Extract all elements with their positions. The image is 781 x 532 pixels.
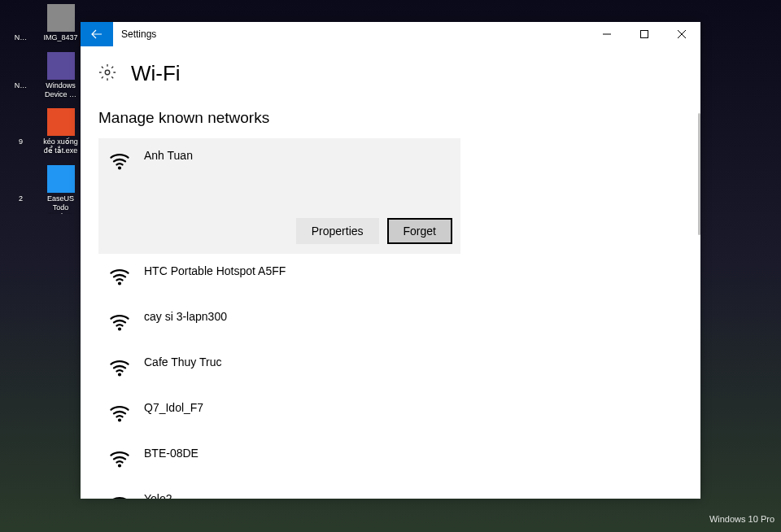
svg-rect-0 bbox=[641, 31, 648, 38]
back-button[interactable] bbox=[81, 22, 113, 46]
desktop-icon[interactable]: N… bbox=[2, 52, 40, 99]
content-pane: Wi-Fi Manage known networks bbox=[81, 46, 700, 499]
page-title: Wi-Fi bbox=[131, 61, 181, 86]
windows-watermark: Windows 10 Pro bbox=[709, 514, 774, 524]
svg-point-3 bbox=[119, 283, 120, 285]
wifi-icon bbox=[107, 264, 131, 290]
scrollbar-thumb[interactable] bbox=[698, 113, 700, 235]
forget-button[interactable]: Forget bbox=[387, 218, 452, 244]
svg-point-5 bbox=[119, 374, 120, 376]
wifi-icon bbox=[107, 148, 131, 174]
network-name: Yolo2 bbox=[144, 491, 172, 499]
network-name: Anh Tuan bbox=[144, 148, 193, 162]
network-item[interactable]: Q7_Idol_F7 bbox=[98, 390, 676, 436]
window-title: Settings bbox=[113, 22, 588, 46]
network-name: BTE-08DE bbox=[144, 446, 199, 460]
minimize-button[interactable] bbox=[588, 22, 626, 46]
arrow-left-icon bbox=[90, 28, 103, 41]
network-item[interactable]: cay si 3-lapn300 bbox=[98, 299, 676, 345]
minimize-icon bbox=[603, 30, 611, 38]
titlebar: Settings bbox=[81, 22, 700, 46]
svg-point-1 bbox=[105, 70, 110, 75]
network-list: Anh Tuan Properties Forget HTC Portable … bbox=[98, 138, 676, 499]
svg-point-6 bbox=[119, 420, 120, 421]
wifi-icon bbox=[107, 491, 131, 499]
window-controls bbox=[588, 22, 700, 46]
desktop-icon[interactable]: EaseUS Todo Backup Fre… bbox=[41, 165, 80, 214]
network-item[interactable]: HTC Portable Hotspot A5FF bbox=[98, 254, 676, 299]
desktop-icon[interactable]: IMG_8437 bbox=[41, 4, 80, 42]
network-item[interactable]: Yolo2 bbox=[98, 482, 676, 499]
section-title: Manage known networks bbox=[98, 109, 676, 127]
svg-point-7 bbox=[119, 465, 120, 467]
svg-point-2 bbox=[119, 168, 120, 169]
network-name: Cafe Thuy Truc bbox=[144, 355, 221, 368]
network-item[interactable]: BTE-08DE bbox=[98, 436, 676, 482]
network-item[interactable]: Cafe Thuy Truc bbox=[98, 345, 676, 390]
network-item-selected[interactable]: Anh Tuan Properties Forget bbox=[98, 138, 460, 254]
desktop-icon[interactable]: 2 bbox=[2, 165, 40, 214]
wifi-icon bbox=[107, 446, 131, 472]
settings-window: Settings Wi-Fi bbox=[81, 22, 700, 499]
maximize-icon bbox=[640, 30, 648, 38]
desktop-icon[interactable]: N… bbox=[2, 4, 40, 42]
close-icon bbox=[678, 30, 686, 38]
wifi-icon bbox=[107, 400, 131, 426]
svg-point-4 bbox=[119, 329, 120, 330]
wifi-icon bbox=[107, 355, 131, 381]
desktop-icon[interactable]: 9 bbox=[2, 108, 40, 155]
page-header: Wi-Fi bbox=[98, 61, 676, 86]
network-name: cay si 3-lapn300 bbox=[144, 309, 227, 323]
maximize-button[interactable] bbox=[626, 22, 663, 46]
close-button[interactable] bbox=[663, 22, 700, 46]
properties-button[interactable]: Properties bbox=[296, 218, 379, 244]
gear-icon bbox=[98, 63, 116, 85]
network-name: Q7_Idol_F7 bbox=[144, 400, 203, 414]
network-actions: Properties Forget bbox=[107, 218, 452, 244]
scrollbar[interactable] bbox=[692, 46, 700, 499]
desktop-icon[interactable]: kéo xuống để tắt.exe bbox=[41, 108, 80, 155]
network-name: HTC Portable Hotspot A5FF bbox=[144, 264, 286, 277]
desktop-icons: N… IMG_8437 N… Windows Device … 9 kéo xu… bbox=[0, 0, 81, 218]
desktop-icon[interactable]: Windows Device … bbox=[41, 52, 80, 99]
wifi-icon bbox=[107, 309, 131, 335]
